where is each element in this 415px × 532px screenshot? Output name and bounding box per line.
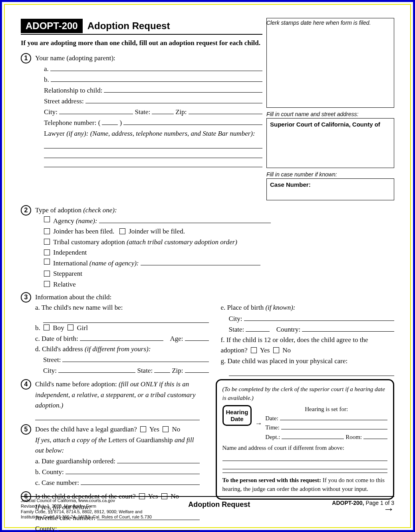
section-3: 3 Information about the child: a. The ch…: [21, 292, 394, 376]
section-number: 3: [21, 292, 31, 303]
footer-title: Adoption Request: [161, 498, 278, 509]
checkbox-guardian-yes[interactable]: [140, 426, 146, 432]
s1-title: Your name (adopting parent):: [35, 53, 262, 63]
court-box[interactable]: Superior Court of California, County of: [266, 118, 394, 168]
input-lawyer-1[interactable]: [44, 139, 262, 148]
input-new-name[interactable]: [43, 313, 209, 323]
checkbox-relative[interactable]: [44, 281, 50, 287]
input-guardian-date[interactable]: [117, 456, 199, 463]
input-hearing-room[interactable]: [363, 432, 387, 439]
input-name-b[interactable]: [51, 74, 262, 82]
input-tel-area[interactable]: [102, 118, 118, 125]
input-guardian-case[interactable]: [81, 477, 200, 485]
input-agency[interactable]: [99, 216, 271, 223]
input-city[interactable]: [59, 107, 133, 115]
section-number: 4: [21, 379, 31, 390]
input-relationship[interactable]: [104, 85, 262, 93]
form-code: ADOPT-200: [21, 19, 83, 33]
input-state[interactable]: [152, 107, 174, 115]
arrow-icon: →: [255, 418, 262, 429]
section-5: 5 Does the child have a legal guardian? …: [21, 424, 200, 488]
input-street[interactable]: [85, 96, 262, 104]
input-juvenile-county[interactable]: [59, 523, 200, 531]
input-child-state[interactable]: [154, 365, 170, 373]
input-tel[interactable]: [123, 118, 262, 125]
input-international[interactable]: [141, 258, 260, 265]
input-hearing-time[interactable]: [281, 423, 387, 430]
input-guardian-county[interactable]: [66, 467, 200, 474]
input-lawyer-2[interactable]: [44, 148, 262, 158]
input-child-zip[interactable]: [185, 365, 209, 373]
checkbox-girl[interactable]: [68, 324, 73, 330]
section-4: 4 Child's name before adoption: (fill ou…: [21, 379, 200, 420]
checkbox-joinder-filed[interactable]: [44, 228, 50, 234]
clerk-stamp-box: [266, 18, 394, 108]
checkbox-agree-no[interactable]: [273, 347, 279, 353]
title-bar: ADOPT-200 Adoption Request: [21, 19, 262, 35]
checkbox-international[interactable]: [44, 259, 50, 265]
input-lawyer-3[interactable]: [44, 158, 262, 168]
input-hearing-date[interactable]: [280, 414, 387, 421]
section-number: 5: [21, 424, 31, 435]
checkbox-guardian-no[interactable]: [163, 426, 169, 432]
input-court-addr-1[interactable]: [222, 453, 388, 461]
court-label: Fill in court name and street address:: [266, 111, 394, 117]
input-name-before[interactable]: [35, 411, 200, 420]
outer-frame: ADOPT-200 Adoption Request If you are ad…: [0, 0, 415, 532]
hearing-box: (To be completed by the clerk of the sup…: [216, 379, 395, 499]
checkbox-stepparent[interactable]: [44, 271, 50, 277]
input-court-addr-2[interactable]: [222, 461, 388, 469]
input-name-a[interactable]: [50, 63, 262, 71]
section-2: 2 Type of adoption (check one): Agency (…: [21, 205, 394, 290]
input-child-city[interactable]: [58, 365, 135, 373]
input-birth-state[interactable]: [246, 324, 270, 332]
form-title: Adoption Request: [87, 20, 170, 32]
checkbox-joinder-will[interactable]: [119, 228, 125, 234]
input-birth-country[interactable]: [302, 324, 394, 332]
input-birth-city[interactable]: [244, 313, 394, 321]
instruction: If you are adopting more than one child,…: [21, 39, 262, 47]
section-1: 1 Your name (adopting parent): a. b. Rel…: [21, 53, 262, 167]
input-zip[interactable]: [189, 107, 262, 115]
checkbox-boy[interactable]: [44, 324, 50, 330]
hearing-badge: Hearing Date: [222, 405, 252, 426]
input-age[interactable]: [185, 333, 209, 341]
case-label: Fill in case number if known:: [266, 171, 394, 178]
section-number: 1: [21, 53, 31, 63]
checkbox-agree-yes[interactable]: [251, 347, 257, 353]
input-dob[interactable]: [80, 333, 163, 341]
footer: Judicial Council of California, www.cour…: [21, 496, 394, 520]
checkbox-agency[interactable]: [44, 216, 50, 222]
checkbox-independent[interactable]: [44, 249, 50, 255]
page: ADOPT-200 Adoption Request If you are ad…: [4, 4, 411, 528]
case-box[interactable]: Case Number:: [266, 178, 394, 200]
section-number: 2: [21, 205, 31, 216]
input-placed-date[interactable]: [229, 366, 395, 376]
next-page-arrow-icon: →: [383, 503, 394, 515]
input-hearing-dept[interactable]: [282, 432, 344, 439]
checkbox-tribal[interactable]: [44, 239, 50, 245]
input-child-street[interactable]: [62, 354, 208, 362]
